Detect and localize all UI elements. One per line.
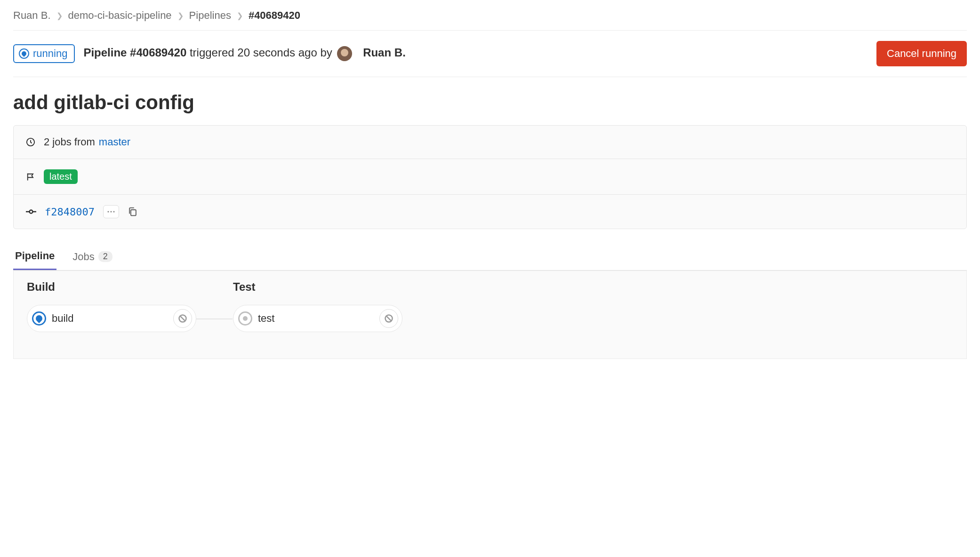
pipeline-tabs: Pipeline Jobs 2: [13, 243, 967, 271]
stage-title: Build: [27, 280, 196, 294]
jobs-count-text: 2 jobs from: [44, 136, 95, 148]
copy-commit-button[interactable]: [128, 207, 138, 217]
breadcrumb-owner[interactable]: Ruan B.: [13, 9, 51, 22]
job-build[interactable]: build: [27, 305, 196, 332]
chevron-right-icon: ❯: [237, 11, 243, 20]
commit-icon: [26, 207, 36, 217]
info-commit-row: f2848007: [14, 195, 966, 229]
cancel-job-button[interactable]: [173, 309, 192, 328]
info-jobs-row: 2 jobs from master: [14, 126, 966, 159]
flag-icon: [26, 172, 35, 182]
pipeline-summary: Pipeline #40689420 triggered 20 seconds …: [83, 46, 405, 61]
svg-point-4: [113, 211, 114, 212]
jobs-count-badge: 2: [98, 251, 112, 262]
breadcrumb-project[interactable]: demo-ci-basic-pipeline: [68, 9, 172, 22]
more-options-button[interactable]: [103, 205, 119, 218]
latest-tag-badge: latest: [44, 169, 78, 184]
clock-icon: [26, 137, 35, 147]
stage-build: Build build: [27, 280, 196, 332]
status-text: running: [33, 48, 67, 60]
pipeline-label: Pipeline: [83, 46, 127, 59]
cancel-job-button[interactable]: [379, 309, 398, 328]
cancel-running-button[interactable]: Cancel running: [876, 41, 967, 66]
breadcrumb-current: #40689420: [249, 9, 300, 22]
breadcrumb: Ruan B. ❯ demo-ci-basic-pipeline ❯ Pipel…: [13, 9, 967, 31]
svg-point-3: [110, 211, 112, 212]
tab-jobs-label: Jobs: [72, 251, 94, 263]
commit-hash-link[interactable]: f2848007: [45, 206, 95, 218]
chevron-right-icon: ❯: [177, 11, 184, 20]
stage-title: Test: [233, 280, 402, 294]
job-name: build: [52, 312, 168, 325]
status-badge-running[interactable]: running: [13, 44, 75, 63]
branch-link[interactable]: master: [99, 136, 130, 148]
pipeline-header-left: running Pipeline #40689420 triggered 20 …: [13, 44, 406, 63]
stages-row: Build build Test test: [27, 280, 953, 332]
tab-pipeline[interactable]: Pipeline: [13, 243, 56, 270]
chevron-right-icon: ❯: [56, 11, 63, 20]
running-icon: [32, 311, 46, 326]
pipeline-info-box: 2 jobs from master latest f2848007: [13, 125, 967, 229]
running-icon: [19, 48, 29, 59]
svg-rect-5: [131, 210, 136, 215]
svg-point-1: [30, 210, 33, 214]
pipeline-header: running Pipeline #40689420 triggered 20 …: [13, 31, 967, 77]
author-name[interactable]: Ruan B.: [363, 46, 406, 59]
stage-connector: [196, 318, 233, 319]
tab-pipeline-label: Pipeline: [15, 250, 55, 262]
pipeline-graph: Build build Test test: [13, 271, 967, 359]
tab-jobs[interactable]: Jobs 2: [71, 243, 114, 270]
breadcrumb-section[interactable]: Pipelines: [189, 9, 231, 22]
pipeline-id[interactable]: #40689420: [130, 46, 186, 59]
info-tag-row: latest: [14, 159, 966, 195]
job-name: test: [258, 312, 374, 325]
stage-test: Test test: [233, 280, 402, 332]
created-icon: [238, 311, 252, 326]
commit-title: add gitlab-ci config: [13, 77, 967, 125]
triggered-text: triggered 20 seconds ago by: [190, 46, 332, 59]
svg-point-2: [107, 211, 109, 212]
avatar[interactable]: [337, 46, 352, 61]
job-test[interactable]: test: [233, 305, 402, 332]
